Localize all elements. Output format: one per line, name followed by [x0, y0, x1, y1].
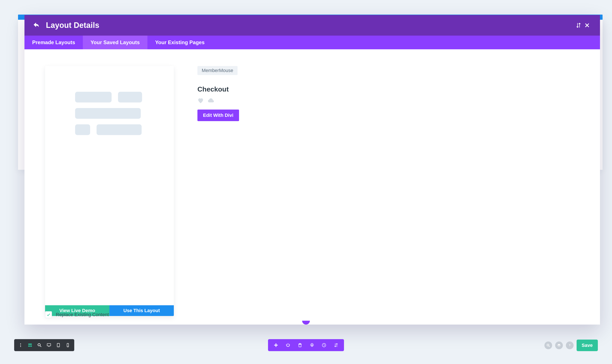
zoom-icon[interactable] — [35, 343, 44, 348]
layout-details-column: MemberMouse Checkout Edit With Divi — [197, 66, 579, 316]
svg-rect-17 — [274, 345, 278, 346]
category-badge: MemberMouse — [197, 66, 238, 75]
modal-title: Layout Details — [46, 21, 99, 30]
svg-rect-19 — [299, 344, 302, 344]
svg-point-8 — [38, 344, 40, 346]
tablet-view-icon[interactable] — [54, 343, 63, 348]
tab-premade-layouts[interactable]: Premade Layouts — [25, 36, 83, 49]
power-icon[interactable] — [283, 343, 293, 348]
svg-point-23 — [547, 344, 549, 346]
svg-rect-6 — [28, 346, 30, 347]
trash-icon[interactable] — [295, 343, 305, 348]
heart-icon[interactable] — [197, 98, 204, 105]
modal-header: Layout Details — [25, 15, 600, 36]
search-circle-icon[interactable] — [544, 341, 552, 349]
more-menu-icon[interactable] — [16, 343, 25, 348]
modal-body: View Live Demo Use This Layout MemberMou… — [25, 49, 600, 325]
svg-point-2 — [20, 343, 21, 344]
add-icon[interactable] — [271, 343, 281, 348]
svg-point-3 — [20, 345, 21, 346]
preview-placeholder — [45, 66, 174, 305]
edit-with-divi-button[interactable]: Edit With Divi — [197, 110, 239, 121]
layers-circle-icon[interactable] — [555, 341, 563, 349]
svg-point-15 — [68, 346, 68, 347]
builder-toolbar-left — [14, 339, 74, 351]
replace-existing-label: Replace Existing Content — [56, 312, 109, 317]
gear-icon[interactable] — [307, 343, 317, 348]
adjust-icon[interactable] — [331, 343, 341, 348]
back-icon[interactable] — [32, 22, 40, 29]
svg-point-13 — [58, 346, 59, 347]
svg-line-9 — [40, 346, 41, 347]
layout-details-modal: Layout Details Premade Layouts Your Save… — [25, 15, 600, 325]
svg-rect-7 — [30, 346, 32, 347]
use-this-layout-button[interactable]: Use This Layout — [109, 305, 174, 316]
cloud-icon[interactable] — [208, 98, 214, 105]
save-button[interactable]: Save — [577, 339, 598, 351]
modal-tabs: Premade Layouts Your Saved Layouts Your … — [25, 36, 600, 49]
history-icon[interactable] — [319, 343, 329, 348]
svg-text:?: ? — [569, 344, 570, 347]
svg-rect-5 — [28, 344, 32, 345]
svg-line-24 — [549, 346, 550, 347]
svg-point-21 — [311, 344, 313, 346]
tab-saved-layouts[interactable]: Your Saved Layouts — [83, 36, 148, 49]
svg-rect-20 — [299, 343, 301, 344]
replace-existing-row: Replace Existing Content — [45, 311, 109, 318]
svg-marker-25 — [557, 344, 560, 346]
replace-existing-checkbox[interactable] — [45, 311, 52, 318]
desktop-view-icon[interactable] — [45, 343, 53, 348]
layout-title: Checkout — [197, 85, 579, 93]
wireframe-view-icon[interactable] — [26, 343, 34, 348]
svg-rect-10 — [47, 344, 51, 346]
close-icon[interactable] — [583, 23, 591, 28]
svg-rect-18 — [299, 344, 301, 347]
layout-meta-icons — [197, 98, 579, 105]
builder-toolbar-center — [268, 339, 344, 351]
mobile-view-icon[interactable] — [64, 343, 72, 348]
sort-icon[interactable] — [574, 22, 583, 28]
layout-preview-card: View Live Demo Use This Layout — [45, 66, 174, 316]
svg-point-4 — [20, 346, 21, 347]
svg-rect-11 — [48, 346, 50, 347]
tab-existing-pages[interactable]: Your Existing Pages — [148, 36, 212, 49]
help-circle-icon[interactable]: ? — [566, 341, 574, 349]
builder-toolbar-right: ? Save — [544, 339, 598, 351]
